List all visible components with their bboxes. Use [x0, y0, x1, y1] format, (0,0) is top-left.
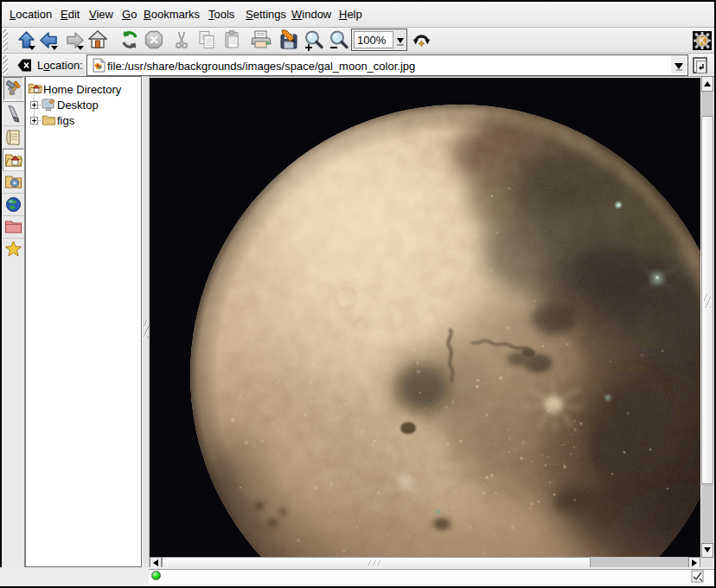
svg-text:K: K — [699, 35, 706, 46]
